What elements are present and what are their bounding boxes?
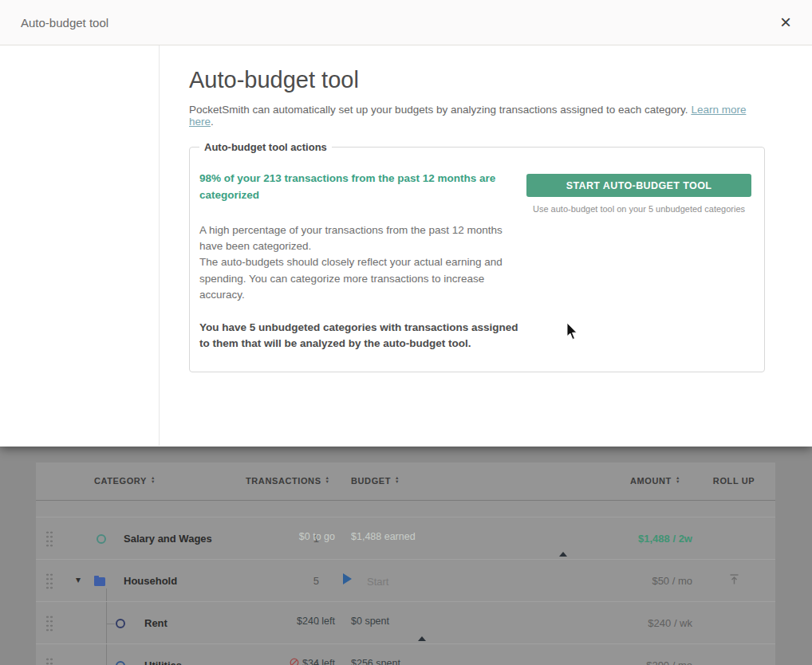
actions-summary-column: 98% of your 213 transactions from the pa… [199,155,520,352]
modal-header: Auto-budget tool × [0,0,812,45]
budget-marker-icon [418,636,426,641]
budget-marker-icon [559,552,567,557]
drag-handle-icon[interactable] [45,615,53,632]
amount-value: $290 / mo [582,659,692,665]
tree-line [106,588,107,602]
sort-icon[interactable]: ▲▼ [395,476,400,483]
category-name[interactable]: Utilities [144,659,182,665]
chevron-down-icon[interactable]: ▾ [76,575,81,584]
column-header-transactions[interactable]: TRANSACTIONS▲▼ [246,476,330,486]
category-circle-icon [116,661,125,665]
rollup-icon[interactable] [692,573,775,588]
amount-value: $50 / mo [582,575,692,587]
modal-header-title: Auto-budget tool [21,16,108,30]
table-row-rent: Rent - $0 spent $240 left $240 / wk [36,601,775,643]
modal-body: Auto-budget tool PocketSmith can automat… [0,45,812,446]
tree-line [106,624,107,644]
category-circle-icon [97,534,106,544]
modal-description: PocketSmith can automatically set up you… [189,104,765,128]
categorization-summary: A high percentage of your transactions f… [199,222,520,303]
tree-line [106,644,107,665]
close-icon[interactable]: × [780,13,791,32]
table-row-household: ▾ Household 5 Start $50 / mo [36,559,775,601]
actions-box-legend: Auto-budget tool actions [199,141,332,153]
categorization-highlight: 98% of your 213 transactions from the pa… [199,171,520,204]
table-row-salary-and-wages: Salary and Wages 1 $1,488 earned $0 to g… [36,517,775,559]
drag-handle-icon[interactable] [45,530,53,548]
unbudgeted-categories-note: You have 5 unbudgeted categories with tr… [199,320,520,352]
category-name[interactable]: Household [124,575,177,587]
modal-content: Auto-budget tool PocketSmith can automat… [189,45,765,372]
actions-button-column: START AUTO-BUDGET TOOL Use auto-budget t… [526,155,751,214]
tree-line [106,624,115,624]
dimmed-page-background: CATEGORY▲▼ TRANSACTIONS▲▼ BUDGET▲▼ AMOUN… [0,447,812,665]
start-auto-budget-button[interactable]: START AUTO-BUDGET TOOL [526,174,751,197]
folder-icon [94,577,105,586]
start-budget-label[interactable]: Start [367,576,388,588]
modal-sidebar [0,45,160,446]
column-header-budget[interactable]: BUDGET▲▼ [351,476,400,486]
sort-icon[interactable]: ▲▼ [151,476,156,483]
category-name[interactable]: Rent [144,617,168,629]
category-name[interactable]: Salary and Wages [124,533,212,545]
start-button-caption: Use auto-budget tool on your 5 unbudgete… [526,204,751,214]
budget-table: CATEGORY▲▼ TRANSACTIONS▲▼ BUDGET▲▼ AMOUN… [36,462,775,665]
category-circle-icon [116,619,125,628]
sort-icon[interactable]: ▲▼ [325,476,330,483]
drag-handle-icon[interactable] [45,657,53,665]
amount-value: $1,488 / 2w [582,533,692,545]
drag-handle-icon[interactable] [45,573,53,590]
auto-budget-actions-box: Auto-budget tool actions 98% of your 213… [189,141,765,372]
column-header-rollup: ROLL UP [692,476,775,486]
tree-line [106,602,107,624]
column-header-category[interactable]: CATEGORY▲▼ [94,476,156,486]
table-row-utilities: Utilities 3 $256 spent $34 left $290 / m… [36,643,775,665]
amount-value: $240 / wk [582,617,692,629]
play-icon[interactable] [343,573,352,584]
auto-budget-modal: Auto-budget tool × Auto-budget tool Pock… [0,0,812,447]
transactions-count: 5 [275,575,319,587]
page-title: Auto-budget tool [189,67,765,93]
mouse-cursor [566,323,579,344]
sort-icon[interactable]: ▲▼ [676,476,680,483]
column-header-amount[interactable]: AMOUNT▲▼ [630,476,680,486]
budget-table-header: CATEGORY▲▼ TRANSACTIONS▲▼ BUDGET▲▼ AMOUN… [36,462,775,501]
